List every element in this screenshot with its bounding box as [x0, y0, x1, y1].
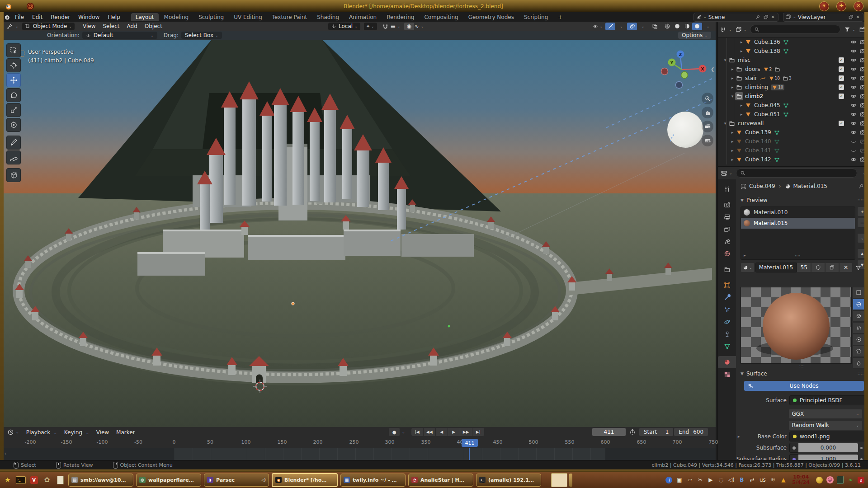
launcher-media-icon[interactable]: V — [28, 474, 39, 485]
viewport-pan-button[interactable] — [702, 107, 713, 118]
close-button[interactable]: ✕ — [854, 1, 863, 11]
remove-viewlayer-icon[interactable]: ✕ — [856, 14, 860, 19]
tab-modifiers[interactable] — [718, 291, 736, 304]
tray-warning-icon[interactable]: ▲ — [779, 476, 788, 484]
pivot-point-dropdown[interactable]: ⌖⌄ — [364, 23, 377, 30]
workspace-tab-sculpting[interactable]: Sculpting — [194, 13, 228, 21]
tab-physics[interactable] — [718, 316, 736, 328]
material-slot-selected[interactable]: Material.015 — [741, 218, 855, 229]
material-slot[interactable]: Material.010 — [741, 207, 855, 218]
snap-dropdown[interactable]: ▬⌄ — [391, 23, 401, 30]
outliner-row-collection[interactable]: ▸ climbing 10 ✓ — [718, 83, 868, 92]
tab-world[interactable] — [718, 248, 736, 260]
outliner-row-hidden[interactable]: ▸ Cube.140 — [718, 137, 868, 146]
outliner-row[interactable]: ▸ Cube.045 — [718, 101, 868, 110]
base-color-field[interactable]: wood1.png — [789, 432, 865, 441]
tool-cursor[interactable] — [6, 58, 21, 72]
viewport-camera-button[interactable] — [702, 121, 713, 132]
workspace-tab-texture-paint[interactable]: Texture Paint — [268, 13, 311, 21]
unlink-scene-icon[interactable]: ✕ — [771, 14, 775, 19]
tool-move[interactable] — [6, 73, 21, 87]
visibility-dropdown[interactable]: ⌄ — [593, 23, 603, 30]
browse-material-dropdown[interactable]: ⌄ — [741, 263, 755, 272]
tray-calculator-icon[interactable] — [836, 476, 844, 484]
jump-to-start-button[interactable]: |◀ — [411, 428, 424, 436]
taskbar-window-twily[interactable]: ▦ twily.info ~/ - … — [340, 474, 406, 487]
viewport-ortho-button[interactable] — [702, 135, 713, 146]
overlays-toggle[interactable] — [627, 23, 637, 30]
collection-checkbox[interactable]: ✓ — [839, 57, 844, 63]
viewport-zoom-button[interactable] — [702, 93, 713, 104]
preview-panel-header[interactable]: ▼Preview∷∷ — [741, 196, 864, 205]
mode-dropdown[interactable]: Object Mode ⌄ — [22, 23, 75, 30]
tray-coin-icon[interactable] — [815, 476, 824, 484]
preview-fluid-button[interactable] — [853, 357, 864, 369]
taskbar-window-analiestar[interactable]: ◔ AnalieStar | H… — [408, 474, 473, 487]
hide-eye-icon[interactable] — [850, 39, 857, 45]
tray-sync-icon[interactable]: ⇄ — [748, 476, 756, 484]
subsurface-slider[interactable]: 0.000 — [798, 443, 858, 452]
launcher-star-icon[interactable]: ★ — [2, 474, 13, 485]
menu-select[interactable]: Select — [99, 23, 123, 29]
add-workspace-button[interactable]: + — [553, 13, 567, 21]
eye-closed-icon[interactable] — [850, 138, 857, 145]
tool-measure[interactable] — [6, 150, 21, 164]
launcher-files-icon[interactable] — [55, 474, 66, 485]
tray-wifi-icon[interactable]: ≋ — [769, 476, 777, 484]
shading-material-button[interactable] — [682, 23, 692, 30]
taskbar-window-blender[interactable]: Blender* [/ho… — [272, 473, 338, 487]
menu-tl-view[interactable]: View — [93, 429, 113, 436]
breadcrumb-object[interactable]: Cube.049 — [749, 183, 775, 189]
expand-arrow[interactable]: ▸ — [736, 434, 741, 439]
preview-cube-button[interactable] — [853, 310, 864, 322]
tab-object-data[interactable] — [718, 340, 736, 352]
launcher-terminal-icon[interactable]: ›_ — [15, 474, 26, 485]
timeline-editor-icon[interactable] — [7, 429, 14, 436]
outliner-row-hidden[interactable]: ▸ Cube.141 — [718, 146, 868, 155]
breadcrumb-material[interactable]: Material.015 — [793, 183, 827, 189]
editor-type-icon[interactable] — [6, 23, 14, 29]
menu-add[interactable]: Add — [123, 23, 141, 29]
tray-player-icon[interactable]: ▶ — [706, 476, 715, 484]
tab-object[interactable] — [718, 279, 736, 291]
preview-hair-button[interactable] — [853, 322, 864, 333]
viewport-canvas[interactable] — [4, 40, 716, 427]
menu-view[interactable]: View — [79, 23, 99, 29]
preview-flat-button[interactable] — [853, 287, 864, 298]
tray-leaf-icon[interactable]: ❧ — [846, 476, 855, 484]
panel-collapse-arrow[interactable]: ❮ — [711, 67, 714, 72]
orientation-default-dropdown[interactable]: Default ⌄ — [82, 32, 157, 39]
frame-end-field[interactable]: End600 — [674, 428, 708, 436]
outliner-editor-icon[interactable] — [721, 26, 727, 33]
gizmos-dropdown[interactable]: ⌄ — [615, 23, 625, 30]
timeline-ruler[interactable]: -200 -150 -100 -50 0 50 100 150 200 250 … — [4, 437, 716, 449]
taskbar-clock[interactable]: 10:04 5/4/24 — [792, 474, 810, 485]
tray-app-a-icon[interactable]: a — [857, 476, 865, 484]
frame-start-field[interactable]: Start1 — [639, 428, 673, 436]
tool-rotate[interactable] — [6, 88, 21, 102]
timeline-expand-arrow[interactable]: ‹ — [5, 451, 6, 456]
menu-render[interactable]: Render — [47, 14, 74, 20]
navigation-gizmo[interactable]: Z X Y — [661, 43, 711, 93]
tool-annotate[interactable] — [6, 136, 21, 150]
tab-material[interactable] — [718, 356, 736, 368]
tray-idle-icon[interactable]: ◌ — [717, 476, 725, 484]
shading-dropdown[interactable]: ⌄ — [702, 23, 712, 30]
workspace-tab-modeling[interactable]: Modeling — [160, 13, 193, 21]
preview-cloth-button[interactable] — [853, 346, 864, 357]
tray-smiley-icon[interactable]: ☺ — [826, 476, 834, 484]
transform-orientation-dropdown[interactable]: Local ⌄ — [328, 23, 360, 30]
scene-selector[interactable]: ⌄ Scene ✕ — [693, 13, 778, 22]
outliner-search-input[interactable] — [750, 25, 840, 34]
keyboard-layout-indicator[interactable]: us — [758, 476, 767, 484]
tab-texture[interactable] — [718, 368, 736, 380]
fake-user-shield-button[interactable] — [811, 263, 825, 272]
gizmo-z-neg[interactable] — [676, 82, 683, 89]
proportional-falloff-dropdown[interactable]: ∿⌄ — [414, 23, 424, 30]
tool-scale[interactable] — [6, 103, 21, 117]
jump-to-end-button[interactable]: ▶| — [472, 428, 484, 436]
maximize-button[interactable]: ✚ — [836, 1, 846, 11]
outliner-row[interactable]: ▸ Cube.138 — [718, 47, 868, 56]
menu-object[interactable]: Object — [141, 23, 166, 29]
tray-storage-icon[interactable]: ▱ — [685, 476, 694, 484]
